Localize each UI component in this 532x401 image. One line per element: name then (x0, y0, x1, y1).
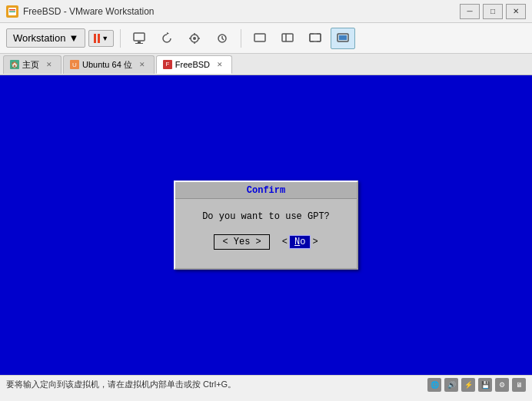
fullscreen-icon (308, 31, 322, 45)
pause-dropdown-icon: ▼ (101, 35, 108, 42)
unity-icon (336, 31, 350, 45)
svg-rect-10 (282, 34, 293, 41)
freebsd-tab-icon: F (163, 60, 172, 69)
toolbar-divider-1 (120, 29, 121, 48)
revert-button[interactable] (155, 28, 179, 49)
dialog-no-button[interactable]: No (289, 235, 311, 249)
close-button[interactable]: ✕ (506, 4, 526, 19)
workstation-label: Workstation (13, 32, 65, 44)
toolbar: Workstation ▼ ▼ (0, 23, 532, 54)
svg-rect-9 (254, 34, 265, 41)
maximize-button[interactable]: □ (483, 4, 503, 19)
status-bar: 要将输入定向到该虚拟机，请在虚拟机内部单击或按 Ctrl+G。 🌐 🔊 ⚡ 💾 … (0, 375, 532, 393)
tabs-bar: 🏠 主页 ✕ U Ubuntu 64 位 ✕ F FreeBSD ✕ (0, 54, 532, 75)
svg-rect-5 (135, 43, 143, 44)
send-ctrl-alt-del-button[interactable] (127, 28, 151, 49)
svg-rect-3 (134, 33, 145, 41)
dialog-message: Do you want to use GPT? (191, 211, 341, 222)
tab-ubuntu-label: Ubuntu 64 位 (82, 59, 132, 71)
settings-status-icon[interactable]: ⚙ (495, 378, 509, 392)
computer-icon (132, 31, 146, 45)
monitor-status-icon[interactable]: 🖥 (512, 378, 526, 392)
vm-screen[interactable]: Confirm Do you want to use GPT? Yes < No… (0, 75, 532, 375)
svg-rect-1 (9, 9, 15, 11)
tab-home-label: 主页 (22, 59, 39, 71)
no-bracket-right: > (312, 237, 318, 247)
display-icon (253, 31, 267, 45)
sound-icon[interactable]: 🔊 (444, 378, 458, 392)
hd-icon[interactable]: 💾 (478, 378, 492, 392)
toolbar-divider-2 (241, 29, 241, 48)
tab-freebsd-label: FreeBSD (175, 60, 210, 69)
revert-icon (160, 31, 174, 45)
dropdown-arrow-icon: ▼ (68, 32, 78, 44)
settings-icon (281, 31, 294, 45)
window-title: FreeBSD - VMware Workstation (23, 6, 155, 17)
fullscreen-button[interactable] (303, 28, 328, 49)
dialog-title-bar: Confirm (175, 182, 357, 199)
vm-display-button[interactable] (248, 28, 272, 49)
minimize-button[interactable]: ─ (460, 4, 480, 19)
tab-home[interactable]: 🏠 主页 ✕ (3, 55, 62, 74)
window-controls: ─ □ ✕ (460, 4, 526, 19)
svg-point-7 (193, 37, 196, 40)
tab-ubuntu[interactable]: U Ubuntu 64 位 ✕ (63, 55, 155, 74)
home-tab-icon: 🏠 (10, 60, 19, 69)
tab-ubuntu-close[interactable]: ✕ (137, 59, 148, 70)
dialog-yes-button[interactable]: Yes (214, 234, 269, 250)
status-right: 🌐 🔊 ⚡ 💾 ⚙ 🖥 (427, 378, 526, 392)
tab-freebsd[interactable]: F FreeBSD ✕ (156, 55, 232, 74)
tab-home-close[interactable]: ✕ (44, 59, 55, 70)
svg-rect-12 (310, 34, 321, 41)
status-text: 要将输入定向到该虚拟机，请在虚拟机内部单击或按 Ctrl+G。 (6, 379, 236, 390)
dialog-title-text: Confirm (247, 185, 285, 196)
pause-bar-right (98, 34, 100, 43)
pause-bar-left (94, 34, 96, 43)
vm-settings-button[interactable] (275, 28, 300, 49)
title-bar: FreeBSD - VMware Workstation ─ □ ✕ (0, 0, 532, 23)
confirm-dialog: Confirm Do you want to use GPT? Yes < No… (174, 181, 358, 270)
pause-button[interactable]: ▼ (88, 30, 114, 47)
dialog-body: Do you want to use GPT? Yes < No > (175, 199, 357, 268)
snapshot-manager-button[interactable] (210, 28, 234, 49)
ubuntu-tab-icon: U (70, 60, 79, 69)
svg-rect-4 (138, 41, 141, 43)
workstation-menu-button[interactable]: Workstation ▼ (6, 28, 85, 48)
snapshot-icon (188, 31, 201, 45)
yes-label: Yes (234, 237, 251, 247)
snapshot-manager-icon (215, 31, 229, 45)
no-label-rest: o (300, 237, 305, 247)
snapshot-button[interactable] (182, 28, 207, 49)
dialog-buttons: Yes < No > (191, 234, 341, 259)
no-bracket-left: < (282, 237, 288, 247)
svg-rect-14 (339, 35, 347, 40)
dialog-no-wrapper: < No > (282, 234, 318, 250)
unity-button[interactable] (331, 28, 355, 49)
app-icon (6, 5, 18, 18)
tab-freebsd-close[interactable]: ✕ (214, 59, 225, 70)
network-icon[interactable]: 🌐 (427, 378, 441, 392)
usb-icon[interactable]: ⚡ (461, 378, 475, 392)
svg-rect-2 (9, 11, 15, 12)
